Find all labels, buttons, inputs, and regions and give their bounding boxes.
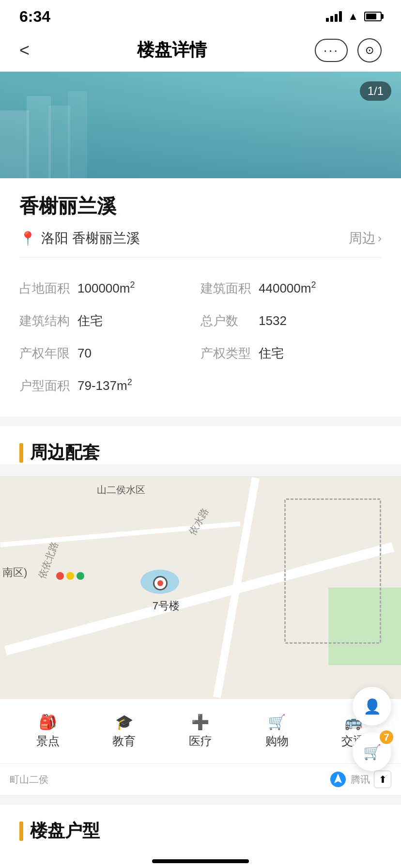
chevron-right-icon: › <box>378 232 382 245</box>
housetype-header: 楼盘户型 <box>19 819 382 843</box>
hero-buildings <box>0 72 401 178</box>
total-units-label: 总户数 <box>200 312 259 329</box>
status-icons: ▲ <box>326 10 382 23</box>
section-accent <box>19 443 23 463</box>
housetype-title: 楼盘户型 <box>30 819 100 843</box>
tencent-logo-area: 腾讯 ⬆ <box>329 771 391 788</box>
property-info: 香榭丽兰溪 📍 洛阳 香榭丽兰溪 周边 › 占地面积 100000m2 建筑面积… <box>0 178 401 417</box>
cart-badge: 7 <box>380 730 393 744</box>
map-dashed-boundary <box>284 498 381 644</box>
map-marker-dot <box>153 576 168 590</box>
land-area-row: 占地面积 100000m2 <box>19 272 200 305</box>
svg-rect-0 <box>0 110 29 178</box>
scenery-icon: 🎒 <box>39 713 57 730</box>
status-bar: 6:34 ▲ <box>0 0 401 29</box>
structure-value: 住宅 <box>77 312 103 329</box>
shopping-label: 购物 <box>265 733 289 749</box>
more-button[interactable]: ··· <box>315 39 348 62</box>
svg-rect-1 <box>27 96 51 178</box>
image-counter: 1/1 <box>360 81 391 101</box>
map-bottom-bar: 町山二侯 腾讯 ⬆ <box>0 763 401 795</box>
property-type-value: 住宅 <box>259 345 284 362</box>
map-marker <box>153 576 168 590</box>
support-icon: 👤 <box>363 698 381 715</box>
tencent-logo <box>329 771 347 788</box>
map-container[interactable]: 山二侯水区 南区) 依依北路 依水路 7号楼 <box>0 476 401 699</box>
property-name: 香榭丽兰溪 <box>19 193 382 219</box>
category-scenery[interactable]: 🎒 景点 <box>10 709 86 754</box>
map-background: 山二侯水区 南区) 依依北路 依水路 7号楼 <box>0 476 401 699</box>
land-area-value: 100000m2 <box>77 280 135 296</box>
education-label: 教育 <box>112 733 136 749</box>
housetype-accent <box>19 822 23 841</box>
svg-rect-2 <box>48 106 70 178</box>
nav-bar: < 楼盘详情 ··· ⊙ <box>0 29 401 72</box>
map-bottom-left-label: 町山二侯 <box>10 773 48 786</box>
medical-label: 医疗 <box>189 733 212 749</box>
housetype-section: 楼盘户型 Ai 一室电梯房 在售 户型面积 40 m2 经典设计，布局考究，巧妙… <box>0 805 401 868</box>
nav-actions: ··· ⊙ <box>315 38 382 62</box>
structure-row: 建筑结构 住宅 <box>19 305 200 337</box>
signal-icon <box>326 11 342 22</box>
tencent-label: 腾讯 <box>351 773 370 786</box>
education-icon: 🎓 <box>115 713 133 730</box>
status-time: 6:34 <box>19 8 50 26</box>
location-pin-icon: 📍 <box>19 231 36 247</box>
camera-button[interactable]: ⊙ <box>357 38 382 62</box>
nearby-label: 周边 <box>349 229 376 248</box>
cart-icon: 🛒 <box>363 744 381 760</box>
page-title: 楼盘详情 <box>137 38 207 62</box>
property-type-row: 产权类型 住宅 <box>200 337 382 370</box>
scenery-label: 景点 <box>36 733 60 749</box>
surrounding-header: 周边配套 <box>19 441 382 465</box>
details-grid: 占地面积 100000m2 建筑面积 440000m2 建筑结构 住宅 总户数 … <box>19 272 382 402</box>
camera-icon: ⊙ <box>365 44 374 57</box>
home-indicator <box>152 859 249 863</box>
category-medical[interactable]: ➕ 医疗 <box>162 709 239 754</box>
category-bar: 🎒 景点 🎓 教育 ➕ 医疗 🛒 购物 🚌 交通 <box>0 699 401 763</box>
float-buttons: 👤 🛒 7 <box>353 687 391 771</box>
map-traffic-dots <box>56 572 84 580</box>
cart-button[interactable]: 🛒 7 <box>353 732 391 771</box>
surrounding-section: 周边配套 <box>0 426 401 465</box>
unit-area-value: 79-137m2 <box>77 377 132 393</box>
building-area-label: 建筑面积 <box>200 280 259 297</box>
svg-rect-3 <box>68 91 87 178</box>
building-area-value: 440000m2 <box>259 280 316 296</box>
share-icon[interactable]: ⬆ <box>374 771 391 788</box>
building-area-row: 建筑面积 440000m2 <box>200 272 382 305</box>
property-type-label: 产权类型 <box>200 345 259 362</box>
location-text: 洛阳 香榭丽兰溪 <box>41 229 140 248</box>
unit-area-label: 户型面积 <box>19 377 77 394</box>
property-location: 📍 洛阳 香榭丽兰溪 周边 › <box>19 229 382 258</box>
map-road-h2 <box>0 521 241 547</box>
back-button[interactable]: < <box>19 40 30 61</box>
category-education[interactable]: 🎓 教育 <box>86 709 163 754</box>
shopping-icon: 🛒 <box>268 713 286 730</box>
surrounding-title: 周边配套 <box>30 441 100 465</box>
hero-image: 1/1 <box>0 72 401 178</box>
category-shopping[interactable]: 🛒 购物 <box>239 709 315 754</box>
map-region-label: 南区) <box>2 565 27 580</box>
property-years-value: 70 <box>77 346 92 361</box>
property-years-row: 产权年限 70 <box>19 337 200 370</box>
map-road-label-2: 依水路 <box>185 506 211 537</box>
medical-icon: ➕ <box>191 713 209 730</box>
section-divider-1 <box>0 417 401 426</box>
map-north-label: 山二侯水区 <box>97 483 145 496</box>
property-years-label: 产权年限 <box>19 345 77 362</box>
total-units-value: 1532 <box>259 313 287 328</box>
support-button[interactable]: 👤 <box>353 687 391 726</box>
map-poi-label: 7号楼 <box>153 599 180 613</box>
total-units-row: 总户数 1532 <box>200 305 382 337</box>
wifi-icon: ▲ <box>348 10 358 23</box>
battery-icon <box>364 12 382 21</box>
land-area-label: 占地面积 <box>19 280 77 297</box>
unit-area-row: 户型面积 79-137m2 <box>19 370 200 402</box>
location-left: 📍 洛阳 香榭丽兰溪 <box>19 229 140 248</box>
structure-label: 建筑结构 <box>19 312 77 329</box>
nearby-button[interactable]: 周边 › <box>349 229 382 248</box>
